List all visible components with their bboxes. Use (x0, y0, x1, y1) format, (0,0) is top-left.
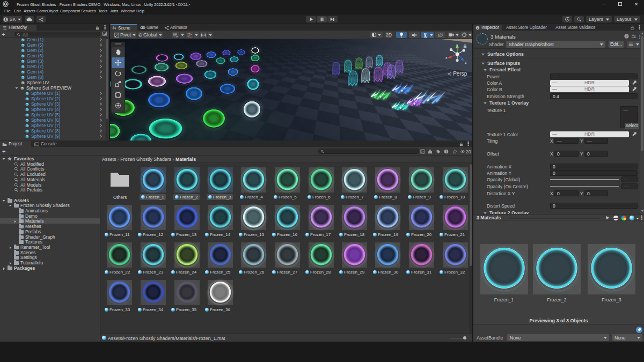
svg-text:y: y (456, 43, 458, 48)
svg-text:?: ? (626, 34, 628, 38)
svg-text:z: z (465, 61, 467, 64)
svg-text:x: x (445, 56, 448, 60)
